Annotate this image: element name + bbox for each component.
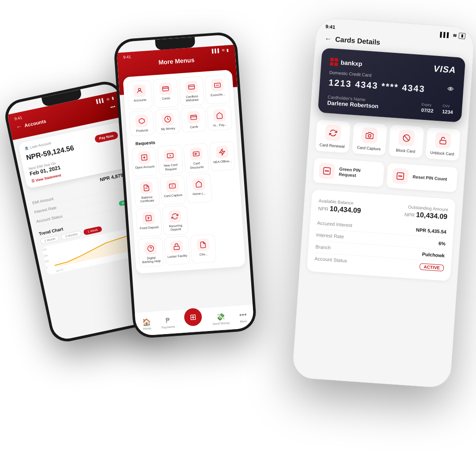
locker-label: Locker Facility: [167, 254, 187, 259]
pay-icon: [213, 109, 226, 122]
svg-point-26: [328, 171, 329, 171]
phone3-time: 9:41: [325, 24, 335, 30]
menu-products[interactable]: Products: [129, 110, 155, 136]
more-icon: •••: [239, 311, 247, 319]
eye-icon[interactable]: 👁: [447, 86, 455, 93]
menu-placeholder3: [214, 202, 239, 232]
nav-send-money[interactable]: 💸 Send Money: [212, 312, 230, 325]
menu-placeholder2: [188, 204, 214, 234]
accrued-interest-label: Accured Interest: [317, 220, 353, 228]
cvv-value: 1234: [442, 109, 453, 115]
menu-locker[interactable]: Locker Facility: [164, 235, 190, 265]
svg-point-12: [194, 153, 196, 155]
balance-row: Available Balance NPR 10,434.09 Outstand…: [318, 196, 448, 221]
svg-rect-22: [440, 140, 446, 144]
nav-more[interactable]: ••• More: [239, 311, 247, 323]
menu-row-5: Fixed Deposit Recurring Deposit: [135, 202, 239, 238]
menu-new-card[interactable]: New Card Request: [157, 145, 183, 175]
back-arrow-icon[interactable]: ←: [15, 123, 22, 130]
more-dots[interactable]: •••: [110, 104, 116, 110]
menu-home-loan[interactable]: Home L...: [186, 173, 212, 203]
menu-discounts[interactable]: Card Discounts: [183, 143, 209, 173]
menu-accounts[interactable]: Accounts: [126, 80, 152, 110]
menu-nea[interactable]: NEA Offline...: [209, 141, 235, 171]
visa-label: VISA: [433, 63, 456, 75]
evoucher-label: Evouche...: [211, 93, 226, 97]
cards2-label: Cards: [190, 125, 198, 129]
menu-cards2[interactable]: Cards: [181, 106, 207, 133]
phone2-battery: ▮: [227, 48, 229, 52]
balance-cert-label: Balance Certificate: [137, 195, 158, 204]
filter-3months[interactable]: 3 Months: [61, 230, 82, 240]
menu-digital-banking[interactable]: Digital Banking Help: [138, 237, 164, 267]
nav-qr[interactable]: ⊞: [184, 315, 203, 327]
menu-card-capture[interactable]: Card Capture: [160, 175, 186, 205]
filter-1week[interactable]: 1 Week: [83, 226, 102, 235]
menu-evoucher[interactable]: Evouche...: [205, 74, 231, 104]
card-capture-icon: [166, 179, 179, 193]
unblock-icon: [435, 132, 451, 149]
menu-cardless[interactable]: Cardless Withdraw: [178, 76, 205, 106]
unblock-card-btn[interactable]: Unblock Card: [425, 127, 461, 161]
menu-pay[interactable]: N... Pay...: [207, 104, 233, 131]
reset-pin-btn[interactable]: Reset PIN Count: [386, 163, 458, 192]
nea-label: NEA Offline...: [213, 160, 232, 164]
green-pin-icon: [319, 162, 335, 179]
nav-home[interactable]: 🏠 Home: [142, 317, 152, 330]
green-pin-label: Green PIN Request: [338, 167, 379, 180]
green-pin-btn[interactable]: Green PIN Request: [313, 158, 385, 187]
svg-rect-18: [174, 246, 179, 249]
expiry-value: 07/22: [421, 107, 433, 113]
credit-card: bankxp VISA Domestic Credit Card 1213 43…: [318, 48, 465, 122]
products-label: Products: [136, 128, 149, 133]
menu-balance-cert[interactable]: Balance Certificate: [134, 177, 160, 207]
locker-icon: [170, 240, 183, 253]
open-account-icon: [138, 151, 151, 164]
qr-button[interactable]: ⊞: [184, 308, 203, 327]
card-renewal-btn[interactable]: Card Renewal: [315, 119, 350, 153]
cards-title: Cards Details: [335, 35, 380, 46]
card-capture-btn[interactable]: Card Capture: [352, 122, 387, 156]
qr-icon: ⊞: [190, 312, 197, 322]
branch-value: Pulchowk: [422, 251, 445, 258]
cvv-label: CVV: [443, 104, 450, 108]
phone1-wifi-icon: ≋: [106, 97, 110, 101]
cheque-icon: [196, 238, 209, 251]
renewal-icon: [324, 124, 341, 141]
balance-cert-icon: [140, 181, 153, 194]
cards-back-arrow[interactable]: ←: [324, 35, 332, 43]
phone2-time: 9:41: [123, 55, 131, 60]
menu-mymoney[interactable]: My Money: [155, 108, 181, 134]
filter-1month[interactable]: 1 Month: [40, 235, 60, 245]
digital-banking-label: Digital Banking Help: [141, 256, 162, 264]
menu-cheque[interactable]: Che...: [190, 234, 216, 264]
accounts-title: Accounts: [24, 118, 47, 128]
phone1-signal-icon: ▌▌▌: [96, 98, 105, 104]
menu-cards[interactable]: Cards: [152, 78, 178, 108]
phone1-time: 9:41: [14, 115, 22, 121]
recurring-icon: [168, 210, 182, 223]
nav-home-label: Home: [143, 327, 151, 330]
mymoney-icon: [161, 112, 174, 126]
block-card-btn[interactable]: Block Card: [388, 125, 424, 158]
menu-recurring[interactable]: Recurring Deposit: [162, 205, 188, 236]
menu-placeholder: [212, 171, 238, 201]
card-capture-label: Card Capture: [357, 145, 381, 152]
fixed-deposit-icon: [142, 212, 155, 225]
payments-icon: ₱: [165, 316, 170, 325]
nav-send-money-label: Send Money: [212, 321, 230, 325]
svg-point-19: [368, 134, 371, 137]
cards-icon: [159, 82, 172, 96]
menu-open-account[interactable]: Open Account: [131, 147, 157, 177]
p3-account-status-badge: ACTIVE: [420, 263, 444, 271]
open-account-label: Open Account: [135, 165, 154, 170]
svg-point-0: [138, 88, 141, 91]
nav-payments[interactable]: ₱ Payments: [160, 316, 175, 329]
phone3-cards: 9:41 ▌▌▌ ≋ ▮ ← Cards Details: [292, 17, 475, 388]
menu-fixed-deposit[interactable]: Fixed Deposit: [135, 207, 162, 238]
accounts-label: Accounts: [134, 98, 146, 103]
phone3-battery: ▮: [458, 33, 465, 39]
branch-label: Branch: [315, 244, 331, 250]
mymoney-label: My Money: [161, 126, 175, 131]
menu-row-4: Balance Certificate Card Capture: [134, 171, 238, 207]
